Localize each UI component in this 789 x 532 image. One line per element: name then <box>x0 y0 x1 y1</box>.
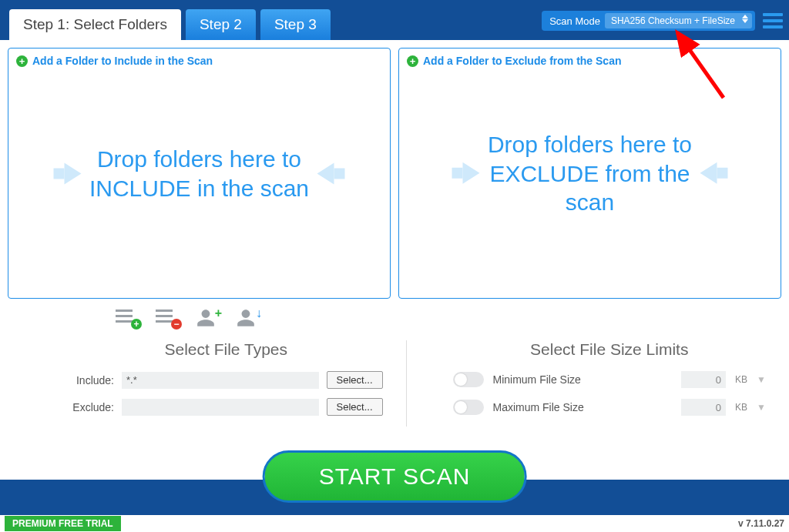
exclude-panel: + Add a Folder to Exclude from the Scan … <box>398 48 781 299</box>
updown-icon <box>742 15 748 23</box>
tab-step3[interactable]: Step 3 <box>260 9 331 40</box>
max-size-toggle[interactable] <box>453 400 484 415</box>
chevron-down-icon[interactable]: ▼ <box>757 374 766 385</box>
list-action-icons: + − + ↓ <box>0 308 789 326</box>
list-add-icon[interactable]: + <box>116 308 139 326</box>
file-types-section: Select File Types Include: Select... Exc… <box>69 340 406 427</box>
exclude-types-select-button[interactable]: Select... <box>327 398 383 416</box>
step-tabs: Step 1: Select Folders Step 2 Step 3 <box>6 9 331 40</box>
add-exclude-label: Add a Folder to Exclude from the Scan <box>423 55 621 67</box>
add-include-label: Add a Folder to Include in the Scan <box>32 55 213 67</box>
user-import-icon[interactable]: ↓ <box>236 308 259 326</box>
exclude-types-label: Exclude: <box>69 401 114 413</box>
scan-mode-select[interactable]: SHA256 Checksum + FileSize <box>605 13 752 28</box>
include-drop-text: Drop folders here to INCLUDE in the scan <box>89 145 309 202</box>
menu-icon[interactable] <box>763 13 783 28</box>
add-include-folder-button[interactable]: + Add a Folder to Include in the Scan <box>16 55 382 67</box>
file-size-section: Select File Size Limits Minimum File Siz… <box>406 340 767 427</box>
file-size-title: Select File Size Limits <box>453 340 767 359</box>
include-panel: + Add a Folder to Include in the Scan Dr… <box>8 48 391 299</box>
filters-section: Select File Types Include: Select... Exc… <box>0 340 789 427</box>
max-size-unit: KB <box>735 402 747 413</box>
arrow-right-icon <box>452 162 480 184</box>
min-size-unit: KB <box>735 374 747 385</box>
min-size-input[interactable] <box>681 371 726 388</box>
file-types-title: Select File Types <box>69 340 383 359</box>
exclude-drop-area[interactable]: Drop folders here to EXCLUDE from the sc… <box>399 130 781 217</box>
list-remove-icon[interactable]: − <box>156 308 179 326</box>
start-scan-button[interactable]: START SCAN <box>263 450 527 503</box>
top-bar: Step 1: Select Folders Step 2 Step 3 Sca… <box>0 0 789 40</box>
max-size-input[interactable] <box>681 399 726 416</box>
chevron-down-icon[interactable]: ▼ <box>757 402 766 413</box>
include-types-input[interactable] <box>122 372 319 389</box>
scan-mode-label: Scan Mode <box>549 15 600 27</box>
arrow-right-icon <box>54 162 82 184</box>
include-types-label: Include: <box>69 374 114 386</box>
add-exclude-folder-button[interactable]: + Add a Folder to Exclude from the Scan <box>407 55 773 67</box>
scan-mode-value: SHA256 Checksum + FileSize <box>611 15 735 26</box>
tab-step2[interactable]: Step 2 <box>186 9 256 40</box>
max-size-label: Maximum File Size <box>493 401 673 413</box>
exclude-drop-text: Drop folders here to EXCLUDE from the sc… <box>488 130 692 217</box>
arrow-left-icon <box>317 162 344 184</box>
include-types-select-button[interactable]: Select... <box>327 371 383 389</box>
trial-badge[interactable]: PREMIUM FREE TRIAL <box>5 516 121 531</box>
tab-step1[interactable]: Step 1: Select Folders <box>9 9 181 40</box>
plus-icon: + <box>407 55 418 67</box>
topbar-right: Scan Mode SHA256 Checksum + FileSize <box>542 11 783 31</box>
exclude-types-input[interactable] <box>122 399 319 416</box>
min-size-label: Minimum File Size <box>493 373 673 386</box>
arrow-left-icon <box>700 162 727 184</box>
min-size-toggle[interactable] <box>453 372 484 387</box>
scan-mode-control[interactable]: Scan Mode SHA256 Checksum + FileSize <box>542 11 755 31</box>
version-label: v 7.11.0.27 <box>738 518 784 529</box>
user-add-icon[interactable]: + <box>196 308 219 326</box>
folder-panels: + Add a Folder to Include in the Scan Dr… <box>0 40 789 306</box>
plus-icon: + <box>16 55 28 67</box>
status-bar: PREMIUM FREE TRIAL v 7.11.0.27 <box>0 515 789 532</box>
start-scan-wrap: START SCAN <box>263 450 527 503</box>
include-drop-area[interactable]: Drop folders here to INCLUDE in the scan <box>8 145 390 202</box>
